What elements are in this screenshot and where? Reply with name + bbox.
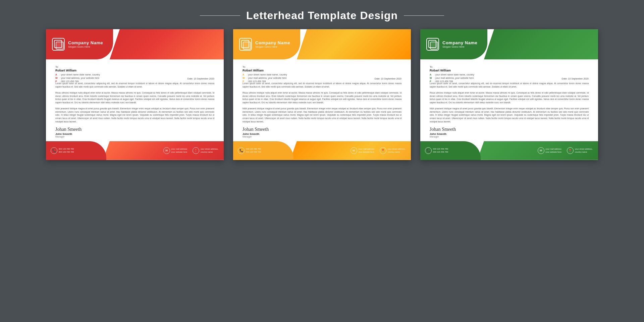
website-label-red: W — [55, 76, 59, 80]
company-name-green: Company Name — [442, 40, 477, 45]
card-header-yellow: Company Name Slogan Goes Here — [233, 29, 411, 59]
sig-title-green: Manager — [430, 136, 589, 138]
footer-left-red: 📞 000 123 456 789 000 123 456 789 — [46, 141, 106, 160]
page-title-area: Letterhead Template Design — [0, 0, 644, 29]
footer-address-item-green: 📍 your street address, country name — [567, 147, 593, 154]
location-icon-yellow: 📍 — [380, 147, 386, 154]
sig-name-green: John Smeeth — [430, 132, 589, 136]
footer-right-yellow: ✉ your mail address your website here 📍 … — [290, 141, 411, 160]
footer-mail-text-green: your mail address your website here — [546, 148, 561, 154]
footer-right-red: ✉ your mail address your website here 📍 … — [103, 141, 224, 160]
footer-phone-yellow: 📞 000 123 456 789 000 123 456 789 — [238, 147, 293, 154]
card-footer-green: 📞 000 123 456 789 000 123 456 789 ✉ your… — [420, 141, 598, 160]
card-header-green: Company Name Slogan Goes Here — [420, 29, 598, 59]
title-line-right — [404, 15, 444, 16]
company-slogan-red: Slogan Goes Here — [68, 45, 103, 48]
card-body-green: To Robart William A : your street name s… — [420, 59, 598, 141]
mail-icon-yellow: ✉ — [351, 147, 357, 154]
recipient-name-red: Robart William — [55, 69, 214, 72]
footer-phone-text-green: 000 123 456 789 000 123 456 789 — [433, 148, 448, 154]
sig-name-yellow: John Smeeth — [243, 132, 401, 136]
footer-mail-text-yellow: your mail address your website here — [359, 148, 374, 154]
address-line-red: A : your street name state name, country — [55, 73, 214, 76]
body-para3-red: Nibh praesent tristique magna sit amet p… — [55, 107, 214, 123]
footer-phone-text-yellow: 000 123 456 789 000 123 456 789 — [246, 148, 261, 154]
recipient-section-green: To Robart William A : your street name s… — [430, 65, 589, 83]
to-label-red: To — [55, 65, 214, 68]
footer-mail-text-red: your mail address your website here — [171, 148, 187, 154]
phone-icon-green: 📞 — [425, 147, 432, 154]
to-label-yellow: To — [243, 65, 401, 68]
body-para2-green: Risus ultricies tristique nulla aliquet … — [430, 91, 589, 104]
body-para1-green: Lorem ipsum dolor sit amet, consectetur … — [430, 82, 589, 89]
footer-phone-text-red: 000 123 456 789 000 123 456 789 — [59, 148, 74, 154]
address-label-a-yellow: A — [243, 73, 246, 76]
header-right-green — [484, 29, 598, 59]
phone-icon-yellow: 📞 — [238, 147, 245, 154]
header-left-red: Company Name Slogan Goes Here — [46, 29, 113, 59]
address-value-yellow: : your street name state name, country — [247, 73, 287, 76]
website-label-green: W — [430, 76, 433, 80]
sig-cursive-yellow: Johan Smeeth — [243, 127, 401, 132]
logo-yellow — [239, 38, 252, 51]
company-info-yellow: Company Name Slogan Goes Here — [255, 40, 290, 48]
card-header-red: Company Name Slogan Goes Here — [46, 29, 224, 59]
footer-phone-red: 📞 000 123 456 789 000 123 456 789 — [51, 147, 106, 154]
address-line-yellow: A : your street name state name, country — [243, 73, 401, 76]
body-para3-yellow: Nibh praesent tristique magna sit amet p… — [243, 107, 401, 123]
footer-address-text-yellow: your street address, country name — [388, 148, 406, 154]
company-info-green: Company Name Slogan Goes Here — [442, 40, 477, 48]
mail-icon-red: ✉ — [163, 147, 170, 154]
logo-inner2-red — [56, 42, 64, 50]
company-info-red: Company Name Slogan Goes Here — [68, 40, 103, 48]
footer-left-yellow: 📞 000 123 456 789 000 123 456 789 — [233, 141, 293, 160]
footer-address-item-red: 📍 your street address, country name — [193, 147, 218, 154]
footer-address-text-green: your street address, country name — [575, 148, 593, 154]
address-value-red: : your street name state name, country — [60, 73, 100, 76]
recipient-section-yellow: To Robart William A : your street name s… — [243, 65, 401, 83]
footer-mail-item-green: ✉ your mail address your website here — [538, 147, 561, 154]
template-red: Company Name Slogan Goes Here To Robart … — [46, 29, 224, 160]
footer-address-text-red: your street address, country name — [201, 148, 218, 154]
recipient-section-red: To Robart William A : your street name s… — [55, 65, 214, 83]
page-title: Letterhead Template Design — [246, 9, 398, 22]
website-label-yellow: W — [243, 76, 246, 80]
sig-name-red: John Smeeth — [55, 132, 214, 136]
address-label-a-red: A — [55, 73, 59, 76]
location-icon-red: 📍 — [193, 147, 199, 154]
address-value-green: : your street name state name, country — [434, 73, 474, 76]
website-value-red: : your mail address, your website here — [60, 76, 99, 80]
footer-left-green: 📞 000 123 456 789 000 123 456 789 — [420, 141, 481, 160]
footer-mail-item-yellow: ✉ your mail address your website here — [351, 147, 374, 154]
title-line-left — [200, 15, 240, 16]
company-name-yellow: Company Name — [255, 40, 290, 45]
sig-cursive-green: Johan Smeeth — [430, 127, 589, 132]
company-slogan-green: Slogan Goes Here — [442, 45, 477, 48]
to-label-green: To — [430, 65, 589, 68]
templates-row: Company Name Slogan Goes Here To Robart … — [0, 29, 644, 160]
footer-phone-green: 📞 000 123 456 789 000 123 456 789 — [425, 147, 481, 154]
footer-right-green: ✉ your mail address your website here 📍 … — [477, 141, 598, 160]
website-value-yellow: : your mail address, your website here — [247, 76, 286, 80]
header-right-yellow — [297, 29, 411, 59]
address-line-green: A : your street name state name, country — [430, 73, 589, 76]
logo-green — [426, 38, 439, 51]
footer-address-item-yellow: 📍 your street address, country name — [380, 147, 406, 154]
mail-icon-green: ✉ — [538, 147, 544, 154]
footer-mail-item-red: ✉ your mail address your website here — [163, 147, 187, 154]
website-value-green: : your mail address, your website here — [434, 76, 474, 80]
logo-inner2-yellow — [243, 42, 251, 50]
card-footer-yellow: 📞 000 123 456 789 000 123 456 789 ✉ your… — [233, 141, 411, 160]
sig-cursive-red: Johan Smeeth — [55, 127, 214, 132]
sig-title-red: Manager — [55, 136, 214, 138]
template-yellow: Company Name Slogan Goes Here To Robart … — [233, 29, 411, 160]
header-left-green: Company Name Slogan Goes Here — [420, 29, 487, 59]
address-label-a-green: A — [430, 73, 433, 76]
sig-title-yellow: Manager — [243, 136, 401, 138]
company-name-red: Company Name — [68, 40, 103, 45]
header-left-yellow: Company Name Slogan Goes Here — [233, 29, 300, 59]
signature-yellow: Johan Smeeth John Smeeth Manager — [243, 127, 401, 138]
logo-inner2-green — [430, 42, 438, 50]
body-para3-green: Nibh praesent tristique magna sit amet p… — [430, 107, 589, 123]
header-right-red — [110, 29, 224, 59]
